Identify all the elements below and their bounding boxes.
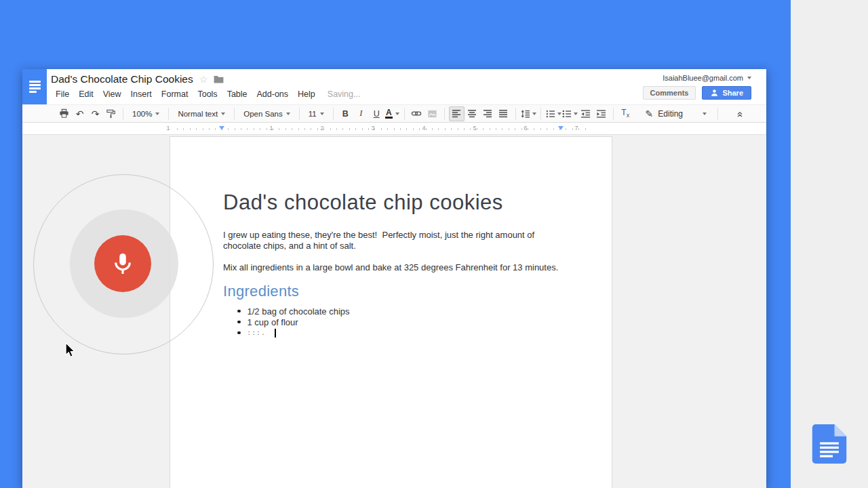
align-center-button[interactable] [465, 106, 480, 121]
mode-select[interactable]: ✎ Editing [642, 108, 713, 119]
text-color-icon: A [385, 108, 393, 119]
ruler-number: 3 [371, 125, 374, 131]
zoom-select[interactable]: 100% [127, 106, 164, 121]
menu-bar: File Edit View Insert Format Tools Table… [56, 89, 360, 99]
menu-view[interactable]: View [103, 89, 121, 99]
align-center-icon [467, 109, 477, 118]
doc-paragraph-instructions[interactable]: Mix all ingredients in a large bowl and … [223, 262, 562, 273]
menu-table[interactable]: Table [227, 89, 248, 99]
person-icon [710, 89, 719, 97]
bold-icon: B [342, 109, 349, 119]
chevron-down-icon [221, 113, 225, 115]
pencil-icon: ✎ [646, 108, 654, 119]
doc-section-heading[interactable]: Ingredients [223, 282, 299, 301]
star-icon[interactable]: ☆ [199, 75, 208, 84]
align-left-button[interactable] [449, 106, 465, 121]
toolbar-separator [168, 108, 169, 120]
document-page[interactable]: Dad's chocolate chip cookies I grew up e… [170, 136, 612, 488]
italic-button[interactable]: I [353, 106, 369, 121]
chevron-down-icon [747, 77, 751, 79]
insert-link-button[interactable] [409, 106, 425, 121]
font-family-select[interactable]: Open Sans [239, 106, 295, 121]
menu-addons[interactable]: Add-ons [257, 89, 289, 99]
list-item-dictation[interactable]: :::. [237, 327, 276, 338]
menu-insert[interactable]: Insert [131, 89, 152, 99]
redo-button[interactable]: ↷ [87, 106, 103, 121]
dictation-pending-dots: :::. [248, 329, 267, 336]
toolbar-separator [540, 108, 541, 120]
font-size-select[interactable]: 11 [304, 106, 329, 121]
font-family-value: Open Sans [243, 110, 283, 118]
chevron-down-icon [395, 113, 399, 115]
zoom-value: 100% [132, 110, 152, 118]
italic-icon: I [359, 108, 362, 119]
clear-formatting-button[interactable]: Tx [618, 106, 633, 121]
decrease-indent-button[interactable] [578, 106, 593, 121]
bold-button[interactable]: B [338, 106, 353, 121]
paint-roller-icon [106, 108, 116, 119]
account-menu[interactable]: IsaiahBluee@gmail.com [663, 74, 751, 82]
share-button[interactable]: Share [702, 86, 751, 100]
paragraph-style-select[interactable]: Normal text [173, 106, 230, 121]
paint-format-button[interactable] [103, 106, 119, 121]
saving-status: Saving... [328, 89, 361, 99]
doc-heading[interactable]: Dad's chocolate chip cookies [223, 190, 503, 216]
ruler: 1 1 2 3 4 5 6 7 [22, 123, 766, 135]
insert-image-button[interactable] [425, 106, 440, 121]
toolbar-separator [613, 108, 614, 120]
list-item[interactable]: 1/2 bag of chocolate chips [237, 306, 350, 317]
google-docs-app-icon[interactable] [812, 424, 847, 464]
header: Dad's Chocolate Chip Cookies ☆ File Edit… [22, 69, 766, 104]
toolbar-separator [333, 108, 334, 120]
link-icon [411, 108, 422, 119]
menu-format[interactable]: Format [161, 89, 189, 99]
docs-home-button[interactable] [22, 69, 47, 104]
toolbar-separator [404, 108, 405, 120]
chevron-down-icon [703, 113, 707, 115]
undo-button[interactable]: ↶ [72, 106, 87, 121]
comments-button[interactable]: Comments [643, 86, 696, 100]
ruler-number: 7 [574, 125, 578, 131]
desktop-right-strip [791, 0, 868, 488]
toolbar-separator [123, 108, 123, 120]
toolbar-separator [299, 108, 300, 120]
account-email: IsaiahBluee@gmail.com [663, 74, 743, 82]
ruler-number: 1 [269, 125, 273, 131]
mode-label: Editing [658, 109, 683, 119]
outdent-icon [580, 109, 591, 119]
ruler-number: 4 [422, 125, 425, 131]
text-color-button[interactable]: A [384, 106, 400, 121]
collapse-toolbar-button[interactable] [732, 106, 747, 121]
ruler-number: 6 [524, 125, 527, 131]
mouse-cursor-icon [65, 343, 75, 361]
bulleted-list-button[interactable] [561, 106, 578, 121]
voice-typing-button[interactable] [94, 235, 151, 292]
text-cursor [275, 329, 276, 338]
right-indent-marker[interactable] [558, 126, 564, 130]
menu-edit[interactable]: Edit [79, 89, 94, 99]
align-right-button[interactable] [480, 106, 496, 121]
document-title[interactable]: Dad's Chocolate Chip Cookies [51, 73, 193, 85]
image-icon [427, 109, 437, 119]
menu-help[interactable]: Help [298, 89, 315, 99]
increase-indent-button[interactable] [593, 106, 609, 121]
list-item-text: 1/2 bag of chocolate chips [248, 306, 350, 317]
numbered-list-button[interactable] [545, 106, 561, 121]
justify-icon [498, 109, 508, 118]
menu-tools[interactable]: Tools [197, 89, 217, 99]
line-spacing-icon [520, 109, 530, 119]
title-row: Dad's Chocolate Chip Cookies ☆ [51, 73, 224, 85]
bullet-icon [237, 331, 241, 335]
ruler-number: 1 [166, 125, 170, 131]
left-indent-marker[interactable] [219, 126, 224, 130]
share-label: Share [722, 89, 743, 97]
folder-icon[interactable] [214, 75, 224, 83]
list-item[interactable]: 1 cup of flour [237, 317, 298, 327]
justify-button[interactable] [496, 106, 511, 121]
line-spacing-button[interactable] [520, 106, 536, 121]
toolbar-separator [444, 108, 445, 120]
doc-paragraph-intro[interactable]: I grew up eating these, they're the best… [223, 230, 562, 251]
menu-file[interactable]: File [56, 89, 69, 99]
underline-button[interactable]: U [369, 106, 384, 121]
print-button[interactable] [56, 106, 72, 121]
